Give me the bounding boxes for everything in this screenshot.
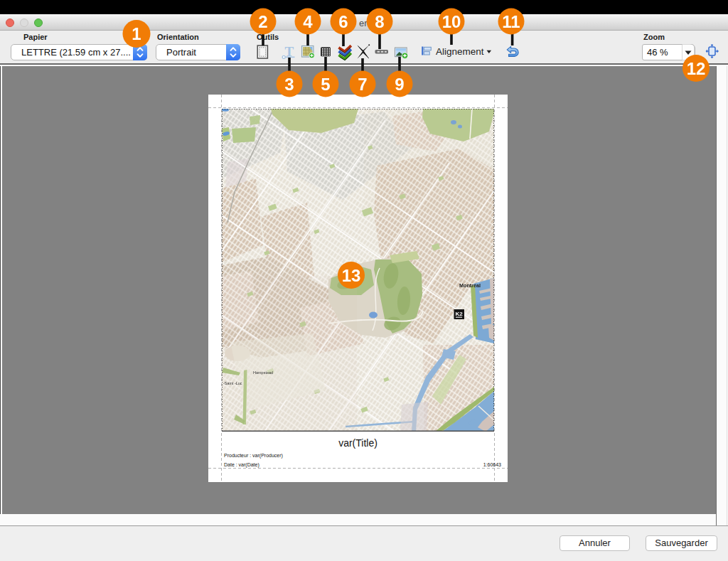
svg-text:6: 6 <box>338 12 348 31</box>
svg-text:3: 3 <box>284 75 294 94</box>
svg-text:11: 11 <box>502 12 520 31</box>
svg-text:5: 5 <box>321 75 330 94</box>
svg-text:12: 12 <box>687 59 706 78</box>
svg-text:9: 9 <box>395 75 404 94</box>
svg-text:1: 1 <box>132 24 141 43</box>
svg-text:7: 7 <box>358 75 367 94</box>
svg-text:4: 4 <box>303 12 313 31</box>
svg-text:8: 8 <box>375 12 384 31</box>
svg-text:13: 13 <box>342 266 361 285</box>
svg-text:2: 2 <box>258 12 267 31</box>
svg-text:10: 10 <box>442 12 461 31</box>
